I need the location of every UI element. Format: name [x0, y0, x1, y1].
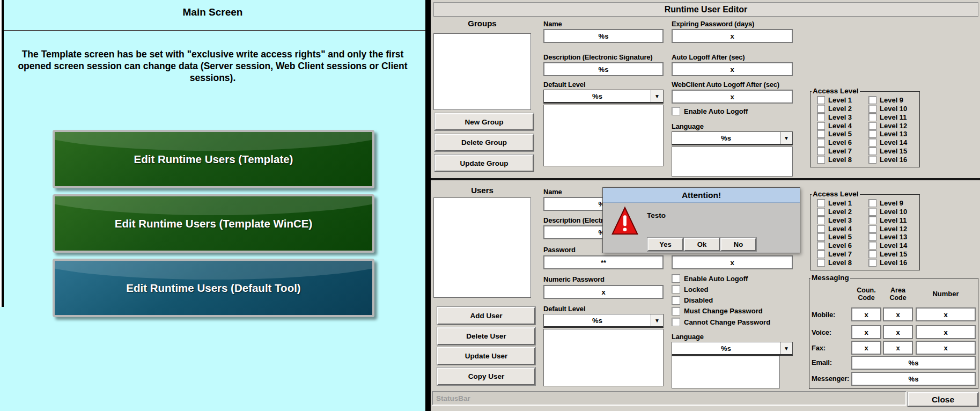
level-1-checkbox[interactable]	[817, 199, 825, 207]
enable-auto-logoff-checkbox[interactable]	[672, 274, 680, 283]
level-7-row[interactable]: Level 7	[817, 250, 852, 258]
add-user-button[interactable]: Add User	[437, 307, 535, 325]
level-3-checkbox[interactable]	[817, 216, 825, 224]
level-9-row[interactable]: Level 9	[868, 199, 907, 207]
level-15-checkbox[interactable]	[868, 147, 876, 155]
user-language-combo[interactable]: %s ▼	[672, 342, 793, 356]
user-language-list[interactable]	[672, 356, 780, 388]
level-6-row[interactable]: Level 6	[817, 138, 852, 146]
level-6-checkbox[interactable]	[817, 138, 825, 146]
level-12-row[interactable]: Level 12	[868, 225, 907, 233]
level-2-checkbox[interactable]	[817, 105, 825, 113]
mobile-number-input[interactable]: x	[916, 307, 976, 321]
groups-listbox[interactable]	[433, 33, 531, 110]
edit-runtime-users-template-wince-button[interactable]: Edit Runtime Users (Template WinCE)	[53, 194, 374, 253]
numeric-password-input[interactable]: x	[543, 285, 664, 299]
level-16-row[interactable]: Level 16	[868, 259, 907, 267]
new-group-button[interactable]: New Group	[434, 113, 534, 130]
voice-number-input[interactable]: x	[916, 325, 976, 339]
level-16-checkbox[interactable]	[868, 259, 876, 267]
group-description-input[interactable]: %s	[543, 62, 664, 76]
fax-area-code-input[interactable]: x	[883, 341, 913, 355]
delete-group-button[interactable]: Delete Group	[434, 134, 534, 151]
level-5-row[interactable]: Level 5	[817, 233, 852, 241]
locked-row[interactable]: Locked	[672, 285, 793, 293]
level-11-checkbox[interactable]	[868, 216, 876, 224]
level-4-row[interactable]: Level 4	[817, 225, 852, 233]
level-6-checkbox[interactable]	[817, 241, 825, 249]
level-3-row[interactable]: Level 3	[817, 216, 852, 224]
ok-button[interactable]: Ok	[684, 238, 720, 251]
user-covered-input[interactable]: x	[672, 255, 793, 269]
must-change-password-row[interactable]: Must Change Password	[672, 307, 793, 315]
disabled-row[interactable]: Disabled	[672, 296, 793, 305]
level-11-checkbox[interactable]	[868, 113, 876, 121]
level-15-row[interactable]: Level 15	[868, 147, 907, 155]
enable-auto-logoff-checkbox[interactable]	[672, 107, 680, 115]
expiring-password-input[interactable]: x	[672, 29, 793, 43]
level-2-row[interactable]: Level 2	[817, 208, 852, 216]
level-13-checkbox[interactable]	[868, 130, 876, 138]
level-14-row[interactable]: Level 14	[868, 138, 907, 146]
level-14-checkbox[interactable]	[868, 138, 876, 146]
yes-button[interactable]: Yes	[647, 238, 683, 251]
chevron-down-icon[interactable]: ▼	[651, 90, 663, 102]
enable-auto-logoff-row[interactable]: Enable Auto Logoff	[672, 274, 793, 283]
no-button[interactable]: No	[720, 238, 756, 251]
chevron-down-icon[interactable]: ▼	[780, 132, 792, 144]
level-16-row[interactable]: Level 16	[868, 156, 907, 164]
group-default-level-combo[interactable]: %s ▼	[543, 90, 664, 104]
level-9-checkbox[interactable]	[868, 96, 876, 104]
fax-coun-code-input[interactable]: x	[851, 341, 881, 355]
level-8-checkbox[interactable]	[817, 259, 825, 267]
level-12-checkbox[interactable]	[868, 122, 876, 130]
fax-number-input[interactable]: x	[916, 341, 976, 355]
level-11-row[interactable]: Level 11	[868, 113, 907, 121]
user-default-level-list[interactable]	[543, 329, 664, 386]
group-language-list[interactable]	[672, 146, 793, 177]
level-15-checkbox[interactable]	[868, 250, 876, 258]
level-10-row[interactable]: Level 10	[868, 208, 907, 216]
update-group-button[interactable]: Update Group	[434, 155, 534, 172]
level-1-row[interactable]: Level 1	[817, 199, 852, 207]
level-5-checkbox[interactable]	[817, 233, 825, 241]
level-5-row[interactable]: Level 5	[817, 130, 852, 138]
level-8-row[interactable]: Level 8	[817, 156, 852, 164]
voice-coun-code-input[interactable]: x	[851, 325, 881, 339]
update-user-button[interactable]: Update User	[437, 347, 535, 365]
level-10-checkbox[interactable]	[868, 105, 876, 113]
users-listbox[interactable]	[433, 197, 531, 298]
level-10-row[interactable]: Level 10	[868, 105, 907, 113]
level-13-row[interactable]: Level 13	[868, 233, 907, 241]
level-6-row[interactable]: Level 6	[817, 241, 852, 249]
edit-runtime-users-default-tool-button[interactable]: Edit Runtime Users (Default Tool)	[53, 259, 374, 317]
level-7-checkbox[interactable]	[817, 147, 825, 155]
level-14-row[interactable]: Level 14	[868, 241, 907, 249]
level-3-row[interactable]: Level 3	[817, 113, 852, 121]
level-13-row[interactable]: Level 13	[868, 130, 907, 138]
messenger-input[interactable]: %s	[851, 372, 976, 386]
level-7-checkbox[interactable]	[817, 250, 825, 258]
edit-runtime-users-template-button[interactable]: Edit Runtime Users (Template)	[53, 130, 374, 188]
level-16-checkbox[interactable]	[868, 156, 876, 164]
level-9-row[interactable]: Level 9	[868, 96, 907, 104]
level-14-checkbox[interactable]	[868, 241, 876, 249]
level-8-row[interactable]: Level 8	[817, 259, 852, 267]
level-12-checkbox[interactable]	[868, 225, 876, 233]
locked-checkbox[interactable]	[672, 285, 680, 293]
password-input[interactable]: **	[543, 255, 664, 269]
auto-logoff-input[interactable]: x	[672, 62, 793, 76]
level-13-checkbox[interactable]	[868, 233, 876, 241]
group-enable-auto-logoff-row[interactable]: Enable Auto Logoff	[672, 107, 748, 115]
delete-user-button[interactable]: Delete User	[437, 327, 535, 345]
cannot-change-password-row[interactable]: Cannot Change Password	[672, 318, 793, 326]
level-3-checkbox[interactable]	[817, 113, 825, 121]
webclient-auto-logoff-input[interactable]: x	[672, 90, 793, 104]
level-4-checkbox[interactable]	[817, 122, 825, 130]
user-default-level-combo[interactable]: %s ▼	[543, 314, 664, 328]
disabled-checkbox[interactable]	[672, 296, 680, 305]
level-10-checkbox[interactable]	[868, 208, 876, 216]
chevron-down-icon[interactable]: ▼	[780, 342, 792, 354]
close-button[interactable]: Close	[908, 392, 978, 407]
level-7-row[interactable]: Level 7	[817, 147, 852, 155]
